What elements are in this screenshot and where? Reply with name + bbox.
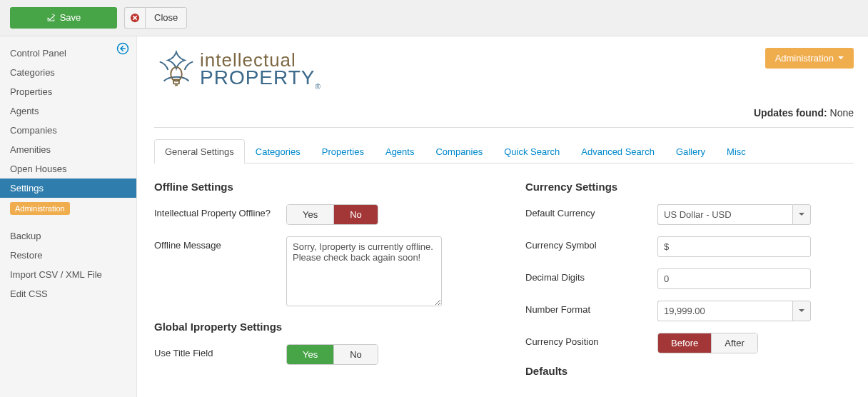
default-currency-select[interactable] <box>657 204 792 225</box>
administration-dropdown-label: Administration <box>775 53 834 64</box>
offline-message-label: Offline Message <box>154 236 279 251</box>
number-format-label: Number Format <box>525 301 650 315</box>
decimal-digits-input[interactable] <box>657 268 811 289</box>
administration-dropdown[interactable]: Administration <box>765 48 854 69</box>
tab-agents[interactable]: Agents <box>375 139 425 164</box>
currency-position-after[interactable]: After <box>712 333 757 353</box>
chevron-down-icon <box>838 56 844 59</box>
currency-position-before[interactable]: Before <box>658 333 712 353</box>
sidebar-item-amenities[interactable]: Amenities <box>0 140 136 159</box>
use-title-yes[interactable]: Yes <box>287 345 334 364</box>
tab-advanced-search[interactable]: Advanced Search <box>570 139 665 164</box>
currency-symbol-input[interactable] <box>657 236 811 257</box>
close-group: Close <box>124 7 187 29</box>
column-right: Currency Settings Default Currency Curre… <box>525 181 854 388</box>
use-title-label: Use Title Field <box>154 344 279 358</box>
logo: intellectual PROPERTY® <box>154 48 854 94</box>
sidebar-nav: Control Panel Categories Properties Agen… <box>0 36 136 198</box>
divider <box>154 127 854 128</box>
save-button-label: Save <box>60 12 81 24</box>
sidebar-item-settings[interactable]: Settings <box>0 179 136 198</box>
offline-toggle: Yes No <box>286 204 378 225</box>
sidebar-item-properties[interactable]: Properties <box>0 82 136 101</box>
logo-line2: PROPERTY® <box>200 69 321 90</box>
use-title-toggle: Yes No <box>286 344 378 365</box>
tab-categories[interactable]: Categories <box>245 139 311 164</box>
offline-toggle-label: Intellectual Property Offline? <box>154 204 279 218</box>
tabs: General Settings Categories Properties A… <box>154 139 854 164</box>
decimal-digits-label: Decimal Digits <box>525 268 650 283</box>
number-format-caret[interactable] <box>792 301 811 321</box>
tab-misc[interactable]: Misc <box>716 139 757 164</box>
defaults-heading: Defaults <box>525 365 854 377</box>
tab-gallery[interactable]: Gallery <box>665 139 716 164</box>
save-button[interactable]: Save <box>10 7 117 29</box>
offline-settings-heading: Offline Settings <box>154 181 483 193</box>
global-settings-heading: Global Iproperty Settings <box>154 321 483 333</box>
sidebar: Control Panel Categories Properties Agen… <box>0 36 137 397</box>
tab-general-settings[interactable]: General Settings <box>154 139 245 164</box>
updates-label: Updates found: <box>754 107 827 119</box>
sidebar-admin-nav: Backup Restore Import CSV / XML File Edi… <box>0 219 136 303</box>
sidebar-item-import[interactable]: Import CSV / XML File <box>0 265 136 284</box>
close-icon-button[interactable] <box>124 7 145 29</box>
close-icon <box>130 13 140 23</box>
currency-settings-heading: Currency Settings <box>525 181 854 193</box>
sidebar-item-categories[interactable]: Categories <box>0 63 136 82</box>
logo-mark <box>154 48 198 94</box>
close-button-label: Close <box>154 12 178 24</box>
chevron-down-icon <box>799 213 804 216</box>
column-left: Offline Settings Intellectual Property O… <box>154 181 483 388</box>
use-title-no[interactable]: No <box>334 345 378 364</box>
header: intellectual PROPERTY® Administration <box>154 48 854 94</box>
sidebar-item-companies[interactable]: Companies <box>0 121 136 140</box>
sidebar-collapse-icon[interactable] <box>116 42 129 59</box>
updates-status: Updates found: None <box>154 107 854 119</box>
sidebar-item-backup[interactable]: Backup <box>0 226 136 246</box>
sidebar-item-open-houses[interactable]: Open Houses <box>0 159 136 179</box>
currency-position-label: Currency Position <box>525 333 650 347</box>
offline-no[interactable]: No <box>334 205 378 224</box>
updates-value: None <box>830 107 854 119</box>
logo-text: intellectual PROPERTY® <box>200 51 321 91</box>
save-icon <box>46 13 56 22</box>
currency-position-toggle: Before After <box>657 333 758 353</box>
close-button[interactable]: Close <box>145 7 187 29</box>
offline-message-textarea[interactable]: Sorry, Iproperty is currently offline. P… <box>286 236 442 306</box>
tab-companies[interactable]: Companies <box>425 139 493 164</box>
default-currency-label: Default Currency <box>525 204 650 218</box>
offline-yes[interactable]: Yes <box>287 205 334 224</box>
default-currency-caret[interactable] <box>792 204 811 225</box>
currency-symbol-label: Currency Symbol <box>525 236 650 251</box>
content: intellectual PROPERTY® Administration Up… <box>137 36 868 397</box>
tab-properties[interactable]: Properties <box>311 139 375 164</box>
toolbar: Save Close <box>0 0 868 36</box>
sidebar-item-edit-css[interactable]: Edit CSS <box>0 284 136 303</box>
chevron-down-icon <box>799 309 804 312</box>
tab-quick-search[interactable]: Quick Search <box>493 139 570 164</box>
sidebar-item-restore[interactable]: Restore <box>0 246 136 265</box>
sidebar-item-agents[interactable]: Agents <box>0 101 136 121</box>
number-format-select[interactable] <box>657 301 792 321</box>
administration-badge: Administration <box>10 202 70 215</box>
